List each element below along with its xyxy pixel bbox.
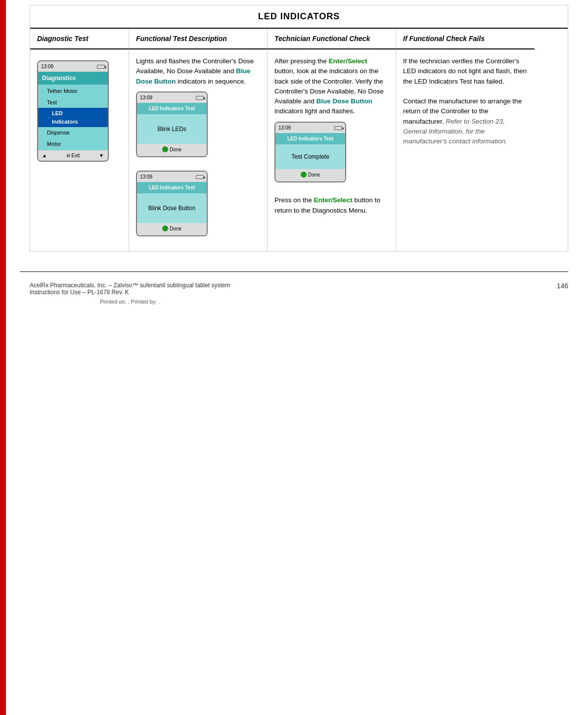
table-headers: Diagnostic Test Functional Test Descript… [30,29,568,49]
dev3-topbar: 13:09 [275,123,345,133]
diag-item-dispense-motor: Dispense [38,127,108,138]
diag-up-arrow: ▲ [42,152,47,159]
functional-desc-text: Lights and flashes the Controller's Dose… [136,56,260,87]
header-if-fails: If Functional Check Fails [396,29,535,49]
dev2-topbar: 13:09 [137,172,207,182]
blue-dose-button-2: Blue Dose Button [317,97,372,105]
col-if-fails: If the technician verifies the Controlle… [396,49,535,251]
dev1-done-circle [162,146,168,152]
fails-text2: Contact the manufacturer to arrange the … [403,96,528,146]
dev1-battery [195,94,204,101]
dev3-footer: Done [275,169,345,182]
main-container: LED INDICATORS Diagnostic Test Functiona… [30,5,568,252]
dev2-done-circle [162,225,168,231]
diag-item-tether-motor: Tether Motor [38,86,108,97]
red-bar [0,0,6,715]
dev2-done-label: Done [170,225,181,232]
device-blink-leds: 13:09 LED Indicators Test Blink LEDs Don… [136,91,208,158]
diag-time: 13:09 [41,63,53,70]
dev1-topbar: 13:09 [137,92,207,103]
dev3-done-circle [301,172,307,178]
device-test-complete: 13:09 LED Indicators Test Test Complete … [274,122,346,183]
enter-select-2: Enter/Select [314,196,353,204]
diag-exit-btn: ⊖ Exit [66,152,80,159]
dev2-time: 13:09 [140,173,152,180]
dev2-body: Blink Dose Button [137,193,207,223]
dev3-done-label: Done [308,171,320,179]
diagnostics-device: 13:09 Diagnostics Tether Motor Test LEDI… [37,60,109,162]
footer-company: AcelRx Pharmaceuticals, Inc. – Zalviso™ … [30,282,230,289]
tech-check-text: After pressing the Enter/Select button, … [274,56,389,117]
fails-text1: If the technician verifies the Controlle… [403,56,528,87]
diag-nav: ▲ ⊖ Exit ▼ [38,150,108,161]
diag-down-arrow: ▼ [99,152,104,159]
dev2-footer: Done [137,223,207,236]
col-tech-functional: After pressing the Enter/Select button, … [268,49,396,251]
diag-item-motor: Motor [38,138,108,150]
footer-page-number: 146 [557,282,568,290]
dev1-done-label: Done [170,146,181,153]
diag-battery-icon [96,63,105,70]
enter-select-1: Enter/Select [329,57,367,65]
col-functional-test: Lights and flashes the Controller's Dose… [129,49,268,251]
diag-item-led-indicators: LEDIndicators [38,108,108,127]
diag-topbar: 13:09 [38,61,108,72]
diag-item-test: Test [38,97,108,108]
footer-left: AcelRx Pharmaceuticals, Inc. – Zalviso™ … [30,282,230,305]
page-footer: AcelRx Pharmaceuticals, Inc. – Zalviso™ … [20,271,568,310]
dev1-body: Blink LEDs [137,114,207,144]
dev1-footer: Done [137,144,207,157]
device-blink-dose: 13:09 LED Indicators Test Blink Dose But… [136,171,208,237]
dev3-battery [333,124,342,132]
page-title: LED INDICATORS [30,5,568,29]
diag-header-label: Diagnostics [38,72,108,85]
dev1-header: LED Indicators Test [137,103,207,114]
footer-instructions: Instructions for Use – PL-1678 Rev. K [30,289,230,296]
header-functional-test: Functional Test Description [129,29,268,49]
diag-menu: Tether Motor Test LEDIndicators Dispense… [38,85,108,150]
dev2-header: LED Indicators Test [137,182,207,193]
table-content: 13:09 Diagnostics Tether Motor Test LEDI… [30,49,568,251]
footer-printed: Printed on: ; Printed by: . [30,299,230,305]
dev3-time: 13:09 [278,124,291,132]
header-tech-functional: Technician Functional Check [268,29,396,49]
tech-return-text: Press on the Enter/Select button to retu… [274,195,389,216]
header-diagnostic-test: Diagnostic Test [30,29,129,49]
dev3-header: LED Indicators Test [275,133,345,144]
dev2-battery [195,173,204,180]
col-diagnostic-test: 13:09 Diagnostics Tether Motor Test LEDI… [30,49,129,251]
dev3-body: Test Complete [275,144,345,169]
dev1-time: 13:09 [140,94,152,101]
